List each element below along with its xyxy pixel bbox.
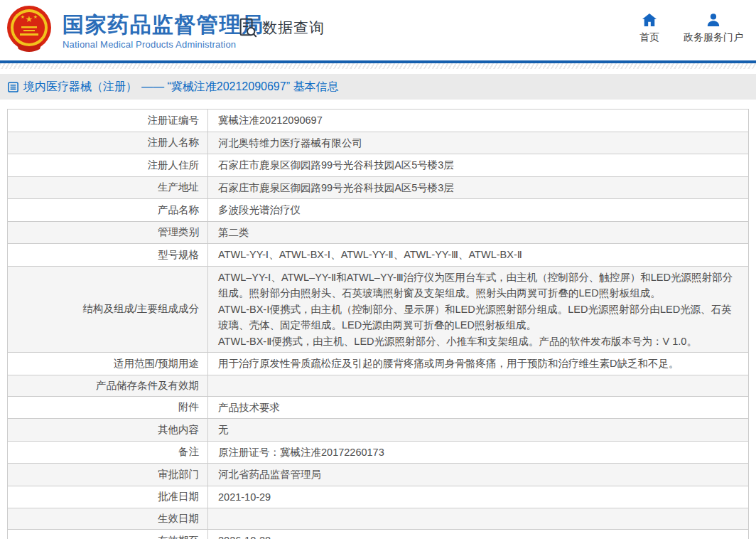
table-row: 注册证编号冀械注准20212090697 bbox=[8, 110, 749, 132]
document-search-icon bbox=[237, 17, 258, 38]
row-value bbox=[208, 508, 749, 530]
nav-portal-label: 政务服务门户 bbox=[684, 31, 743, 44]
row-label: 备注 bbox=[8, 441, 208, 464]
table-row: 产品储存条件及有效期 bbox=[8, 375, 749, 396]
row-label: 生产地址 bbox=[8, 176, 208, 199]
row-value: ATWL–YY-Ⅰ、ATWL–YY-Ⅱ和ATWL–YY-Ⅲ治疗仪为医用台车式，由… bbox=[208, 266, 749, 353]
row-label: 批准日期 bbox=[8, 486, 208, 508]
data-query-tab[interactable]: 数据查询 bbox=[237, 17, 325, 38]
site-title: 国家药品监督管理局 bbox=[63, 12, 264, 38]
nav-home-label: 首页 bbox=[639, 31, 659, 44]
svg-text:★: ★ bbox=[26, 14, 33, 24]
row-label: 注册人住所 bbox=[8, 154, 208, 177]
row-value: 河北奥特维力医疗器械有限公司 bbox=[208, 132, 749, 154]
table-row: 产品名称多波段光谱治疗仪 bbox=[8, 199, 749, 222]
row-value: 河北省药品监督管理局 bbox=[208, 464, 749, 486]
table-row: 有效期至2026-10-28 bbox=[8, 530, 749, 539]
row-label: 管理类别 bbox=[8, 221, 208, 244]
nav-home[interactable]: 首页 bbox=[639, 13, 659, 44]
table-row: 批准日期2021-10-29 bbox=[8, 486, 749, 508]
row-label: 审批部门 bbox=[8, 464, 208, 486]
row-label: 生效日期 bbox=[8, 508, 208, 530]
row-value: 原注册证号：冀械注准20172260173 bbox=[208, 441, 749, 464]
data-query-label: 数据查询 bbox=[262, 18, 325, 38]
list-icon bbox=[7, 81, 19, 93]
row-label: 注册人名称 bbox=[8, 132, 208, 154]
svg-text:★: ★ bbox=[21, 14, 25, 19]
breadcrumb: 境内医疗器械（注册） —— “冀械注准20212090697” 基本信息 bbox=[0, 74, 756, 100]
row-label: 结构及组成/主要组成成分 bbox=[8, 266, 208, 353]
row-value: 2021-10-29 bbox=[208, 486, 749, 508]
row-value: 第二类 bbox=[208, 221, 749, 244]
row-label: 其他内容 bbox=[8, 419, 208, 442]
breadcrumb-detail: —— “冀械注准20212090697” 基本信息 bbox=[141, 80, 338, 95]
home-icon bbox=[642, 13, 657, 27]
table-row: 生产地址石家庄市鹿泉区御园路99号光谷科技园A区5号楼3层 bbox=[8, 176, 749, 199]
table-row: 其他内容无 bbox=[8, 419, 749, 442]
nmpa-logo[interactable]: ★ ★ ★ 国家药品监督管理局 National Medical Product… bbox=[6, 5, 264, 55]
registration-table: 注册证编号冀械注准20212090697 注册人名称河北奥特维力医疗器械有限公司… bbox=[7, 109, 749, 539]
table-row: 注册人住所石家庄市鹿泉区御园路99号光谷科技园A区5号楼3层 bbox=[8, 154, 749, 177]
table-row: 审批部门河北省药品监督管理局 bbox=[8, 464, 749, 486]
row-label: 产品储存条件及有效期 bbox=[8, 375, 208, 396]
row-value: 产品技术要求 bbox=[208, 396, 749, 419]
row-value: 用于治疗原发性骨质疏松症及引起的腰背疼痛或周身骨骼疼痛，用于预防和治疗维生素D缺… bbox=[208, 353, 749, 375]
table-row: 附件产品技术要求 bbox=[8, 396, 749, 419]
site-title-block: 国家药品监督管理局 National Medical Products Admi… bbox=[63, 11, 264, 50]
site-header: ★ ★ ★ 国家药品监督管理局 National Medical Product… bbox=[0, 0, 756, 60]
table-row: 注册人名称河北奥特维力医疗器械有限公司 bbox=[8, 132, 749, 154]
hatch-band bbox=[0, 63, 756, 69]
breadcrumb-section[interactable]: 境内医疗器械（注册） bbox=[23, 80, 137, 95]
table-row: 备注原注册证号：冀械注准20172260173 bbox=[8, 441, 749, 464]
row-value: 2026-10-28 bbox=[208, 530, 749, 539]
row-value: 无 bbox=[208, 419, 749, 442]
row-value: 石家庄市鹿泉区御园路99号光谷科技园A区5号楼3层 bbox=[208, 154, 749, 177]
national-emblem-icon: ★ ★ ★ bbox=[6, 5, 53, 55]
row-label: 型号规格 bbox=[8, 244, 208, 267]
row-value: 石家庄市鹿泉区御园路99号光谷科技园A区5号楼3层 bbox=[208, 176, 749, 199]
row-value bbox=[208, 375, 749, 396]
svg-text:★: ★ bbox=[33, 14, 38, 19]
row-value: 冀械注准20212090697 bbox=[208, 110, 749, 132]
user-icon bbox=[706, 13, 721, 27]
table-row: 型号规格ATWL-YY-Ⅰ、ATWL-BX-Ⅰ、ATWL-YY-Ⅱ、ATWL-Y… bbox=[8, 244, 749, 267]
table-row: 管理类别第二类 bbox=[8, 221, 749, 244]
header-nav: 首页 政务服务门户 bbox=[639, 13, 743, 44]
row-label: 有效期至 bbox=[8, 530, 208, 539]
row-value: 多波段光谱治疗仪 bbox=[208, 199, 749, 222]
nav-portal[interactable]: 政务服务门户 bbox=[684, 13, 743, 44]
row-label: 附件 bbox=[8, 396, 208, 419]
table-row: 结构及组成/主要组成成分ATWL–YY-Ⅰ、ATWL–YY-Ⅱ和ATWL–YY-… bbox=[8, 266, 749, 353]
row-label: 产品名称 bbox=[8, 199, 208, 222]
row-label: 适用范围/预期用途 bbox=[8, 353, 208, 375]
site-subtitle: National Medical Products Administration bbox=[63, 39, 264, 50]
row-value: ATWL-YY-Ⅰ、ATWL-BX-Ⅰ、ATWL-YY-Ⅱ、ATWL-YY-Ⅲ、… bbox=[208, 244, 749, 267]
table-row: 适用范围/预期用途用于治疗原发性骨质疏松症及引起的腰背疼痛或周身骨骼疼痛，用于预… bbox=[8, 353, 749, 375]
table-row: 生效日期 bbox=[8, 508, 749, 530]
row-label: 注册证编号 bbox=[8, 110, 208, 132]
